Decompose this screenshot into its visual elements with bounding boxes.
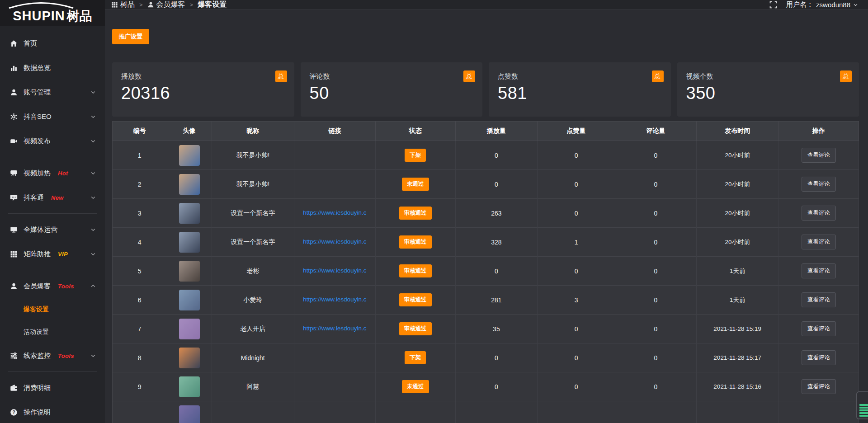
sidebar-item-0[interactable]: 首页: [0, 31, 105, 56]
cell-link: https://www.iesdouyin.c: [294, 199, 375, 228]
video-link[interactable]: https://www.iesdouyin.c: [303, 325, 366, 332]
cell-likes: 0: [538, 343, 615, 372]
grid-icon: [10, 250, 18, 258]
cell-likes: 0: [538, 257, 615, 286]
chat-icon: [10, 194, 18, 202]
avatar: [179, 319, 200, 339]
sidebar-item-tag: Tools: [58, 352, 74, 359]
cell-comments: 0: [615, 141, 696, 170]
view-comments-button[interactable]: 查看评论: [802, 321, 836, 336]
sidebar-item-label: 消费明细: [24, 384, 51, 392]
column-header: 头像: [167, 122, 212, 141]
cell-plays: 0: [455, 343, 538, 372]
sidebar-item-3[interactable]: 抖音SEO: [0, 104, 105, 129]
cell-status: 下架: [375, 343, 455, 372]
sidebar-item-label: 矩阵助推: [24, 250, 51, 258]
cell-publish-time: 20小时前: [696, 228, 778, 257]
brand-logo[interactable]: SHUPIN 树品: [0, 0, 105, 26]
cell-plays: 35: [455, 315, 538, 343]
cell-status: 审核通过: [375, 286, 455, 315]
cell-publish-time: [696, 401, 778, 423]
video-link[interactable]: https://www.iesdouyin.c: [303, 296, 366, 303]
sidebar-item-label: 数据总览: [24, 64, 51, 72]
cell-status: 未通过: [375, 372, 455, 401]
cell-no: [113, 401, 167, 423]
sidebar-subitem-1[interactable]: 活动设置: [0, 321, 105, 343]
view-comments-button[interactable]: 查看评论: [802, 148, 836, 163]
logo-text-cn: 树品: [67, 10, 92, 23]
column-header: 评论量: [615, 122, 696, 141]
chevron-down-icon: [90, 195, 96, 200]
view-comments-button[interactable]: 查看评论: [802, 206, 836, 221]
cell-comments: 0: [615, 315, 696, 343]
sidebar-item-9[interactable]: 全媒体运营: [0, 217, 105, 242]
stat-total-badge: 总: [840, 70, 852, 82]
cell-no: 1: [113, 141, 167, 170]
cell-plays: 328: [455, 228, 538, 257]
sidebar-item-4[interactable]: 视频发布: [0, 129, 105, 153]
sidebar-subitem-0[interactable]: 爆客设置: [0, 298, 105, 321]
video-link[interactable]: https://www.iesdouyin.c: [303, 209, 366, 216]
cell-avatar: [167, 315, 212, 343]
cell-nickname: [212, 401, 294, 423]
stat-value: 50: [310, 84, 475, 103]
stat-value: 20316: [121, 84, 286, 103]
cell-action: 查看评论: [778, 199, 859, 228]
cell-comments: 0: [615, 228, 696, 257]
sidebar-item-13[interactable]: 线索监控 Tools: [0, 343, 105, 368]
stat-total-badge: 总: [652, 70, 664, 82]
view-comments-button[interactable]: 查看评论: [802, 379, 836, 394]
cell-publish-time: 20小时前: [696, 170, 778, 199]
fullscreen-icon[interactable]: [769, 1, 777, 9]
breadcrumb-item-home[interactable]: 树品: [111, 0, 135, 9]
video-link[interactable]: https://www.iesdouyin.c: [303, 238, 366, 245]
view-comments-button[interactable]: 查看评论: [802, 177, 836, 192]
cell-publish-time: 20小时前: [696, 199, 778, 228]
cell-no: 4: [113, 228, 167, 257]
view-comments-button[interactable]: 查看评论: [802, 263, 836, 278]
breadcrumb-item-member[interactable]: 会员爆客: [147, 0, 185, 9]
view-comments-button[interactable]: 查看评论: [802, 235, 836, 249]
sidebar-item-tag: Hot: [58, 170, 68, 177]
sidebar-item-7[interactable]: 抖客通 New: [0, 185, 105, 210]
sidebar-item-6[interactable]: 视频加热 Hot: [0, 161, 105, 185]
sidebar-item-16[interactable]: ? 操作说明: [0, 400, 105, 423]
cell-action: 查看评论: [778, 257, 859, 286]
cell-avatar: [167, 199, 212, 228]
sidebar-item-12[interactable]: 会员爆客 Tools: [0, 274, 105, 298]
sidebar-item-10[interactable]: 矩阵助推 VIP: [0, 242, 105, 266]
user-icon: [10, 282, 18, 290]
sidebar-item-1[interactable]: 数据总览: [0, 56, 105, 80]
cell-publish-time: 1天前: [696, 286, 778, 315]
column-header: 播放量: [455, 122, 538, 141]
sidebar-item-label: 抖客通: [24, 193, 44, 202]
chevron-down-icon: [90, 89, 96, 95]
stat-card: 视频个数 350 总: [677, 62, 859, 117]
view-comments-button[interactable]: 查看评论: [802, 292, 836, 307]
promo-settings-button[interactable]: 推广设置: [112, 29, 149, 44]
table-row: 6 小爱玲 https://www.iesdouyin.c 审核通过 281 3…: [113, 286, 859, 315]
svg-text:?: ?: [12, 410, 15, 415]
view-comments-button[interactable]: 查看评论: [802, 350, 836, 365]
table-row: 8 Midnight 下架 0 0 0 2021-11-28 15:17 查看评…: [113, 343, 859, 372]
cell-plays: 0: [455, 141, 538, 170]
cell-action: 查看评论: [778, 343, 859, 372]
sidebar-item-label: 视频加热: [24, 169, 51, 178]
sidebar-item-2[interactable]: 账号管理: [0, 80, 105, 104]
stats-row: 播放数 20316 总 评论数 50 总 点赞数 581 总 视频个数 350 …: [112, 62, 859, 117]
video-link[interactable]: https://www.iesdouyin.c: [303, 267, 366, 274]
stat-card: 点赞数 581 总: [489, 62, 671, 117]
cell-action: 查看评论: [778, 286, 859, 315]
battery-indicator-widget[interactable]: [856, 391, 868, 419]
cell-link: https://www.iesdouyin.c: [294, 228, 375, 257]
sidebar-item-15[interactable]: 消费明细: [0, 376, 105, 400]
cell-nickname: 我不是小帅!: [212, 170, 294, 199]
breadcrumb-separator: >: [190, 1, 193, 8]
home-icon: [10, 40, 18, 47]
menu-divider: [8, 270, 97, 270]
projector-icon: [10, 169, 18, 177]
sidebar-subitem-label: 活动设置: [24, 328, 49, 336]
user-menu[interactable]: 用户名：zswodun88: [786, 0, 858, 9]
stat-card: 播放数 20316 总: [112, 62, 294, 117]
table-row: 3 设置一个新名字 https://www.iesdouyin.c 审核通过 2…: [113, 199, 859, 228]
